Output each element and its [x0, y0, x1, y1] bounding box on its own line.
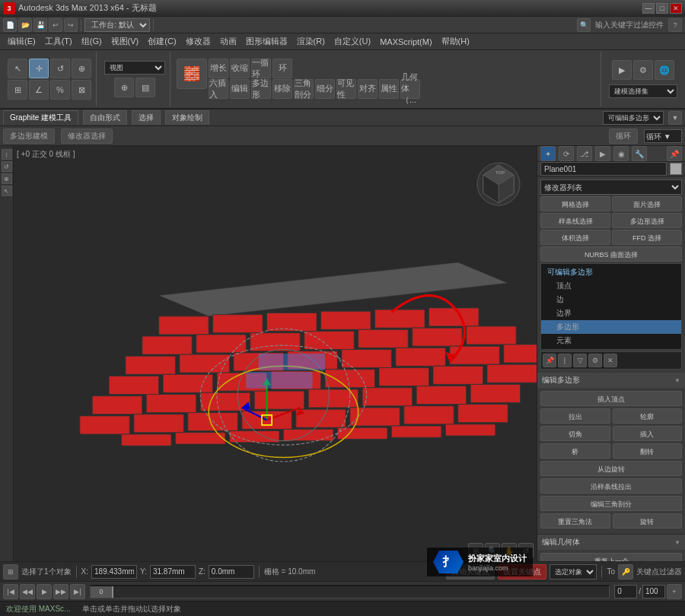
move-tool-button[interactable]: ✛ — [29, 59, 49, 78]
geometry-btn[interactable]: 几何体（... — [400, 79, 420, 99]
time-slider[interactable]: 0 — [90, 585, 610, 599]
hinge-btn[interactable]: 从边旋转 — [540, 461, 682, 476]
snap-icon[interactable]: ⊞ — [3, 564, 18, 579]
extrude-btn[interactable]: 拉出 — [540, 408, 610, 424]
retriangulate-btn[interactable]: 重置三角法 — [540, 513, 610, 529]
move-btn[interactable]: 移除 — [272, 79, 292, 99]
polygon-btn[interactable]: 多边形 — [251, 79, 271, 99]
menu-modifiers[interactable]: 修改器 — [181, 34, 215, 49]
rotate-tool-button[interactable]: ↺ — [50, 59, 70, 78]
undo-button[interactable]: ↩ — [49, 18, 62, 32]
select-tool-button[interactable]: ↖ — [8, 59, 27, 78]
prev-key-btn[interactable]: ◀◀ — [20, 584, 35, 599]
search-button[interactable]: 🔍 — [577, 18, 591, 32]
menu-view[interactable]: 视图(V) — [107, 34, 144, 49]
tab-freeform[interactable]: 自由形式 — [83, 110, 127, 125]
polygon-mode-label[interactable]: 多边形建模 — [3, 129, 55, 144]
insert-vertex-btn[interactable]: 插入顶点 — [540, 391, 682, 406]
body-select-btn[interactable]: 体积选择 — [540, 230, 610, 245]
mod-polygon[interactable]: 多边形 — [541, 320, 681, 334]
render-button[interactable]: ▶ — [612, 60, 632, 80]
menu-group[interactable]: 组(G) — [77, 34, 107, 49]
modify-select-label[interactable]: 修改器选择 — [61, 129, 113, 144]
object-name-input[interactable] — [540, 162, 667, 176]
loop-btn[interactable]: 一循环 — [251, 59, 271, 78]
tab-select[interactable]: 选择 — [132, 110, 161, 125]
visibility-btn[interactable]: 可见性 — [336, 79, 356, 99]
stack-remove-btn[interactable]: ✕ — [604, 354, 617, 367]
mesh-select-btn[interactable]: 网格选择 — [540, 196, 610, 211]
mod-element[interactable]: 元素 — [541, 334, 681, 348]
menu-animation[interactable]: 动画 — [215, 34, 241, 49]
ls-scale-btn[interactable]: ⊕ — [2, 173, 12, 184]
stack-pin-btn[interactable]: 📌 — [543, 354, 556, 367]
multi-select-btn[interactable]: 多边形选择 — [612, 213, 682, 228]
mod-vertex[interactable]: 顶点 — [541, 279, 681, 293]
frame-input[interactable] — [614, 585, 637, 599]
tab-graphite[interactable]: Graphite 建模工具 — [3, 110, 78, 125]
spinner-snap-button[interactable]: ⊠ — [72, 80, 91, 100]
named-select-dropdown[interactable]: 建模选择集 — [609, 84, 677, 98]
ls-move-btn[interactable]: ↕ — [2, 149, 12, 160]
ffd-select-btn[interactable]: FFD 选择 — [612, 230, 682, 245]
cmd-create-tab[interactable]: ✦ — [540, 146, 556, 161]
loop-label[interactable]: 循环 — [609, 129, 638, 144]
maximize-button[interactable]: □ — [656, 3, 668, 14]
flip-btn[interactable]: 翻转 — [613, 443, 683, 459]
close-button[interactable]: ✕ — [670, 3, 682, 14]
render-setup-button[interactable]: ⚙ — [633, 60, 653, 80]
grow-button[interactable]: 增长 — [209, 59, 228, 78]
viewport[interactable]: [ +0 正交 0 线框 ] — [14, 146, 537, 561]
z-coord-input[interactable] — [209, 565, 254, 579]
triangulate-btn[interactable]: 三角剖分 — [294, 79, 314, 99]
x-coord-input[interactable] — [91, 565, 137, 579]
edit-geometry-header[interactable]: 编辑几何体 — [537, 535, 685, 550]
layer-manager-button[interactable]: ▤ — [135, 78, 155, 97]
minimize-button[interactable]: — — [642, 3, 655, 14]
align-btn[interactable]: 对齐 — [358, 79, 378, 99]
redo-button[interactable]: ↪ — [64, 18, 78, 32]
shrink-button[interactable]: 收缩 — [230, 59, 250, 78]
sample-select-btn[interactable]: 样条线选择 — [540, 213, 610, 228]
ls-rotate-btn[interactable]: ↺ — [2, 161, 12, 172]
cmd-utilities-tab[interactable]: 🔧 — [632, 146, 647, 161]
menu-help[interactable]: 帮助(H) — [437, 34, 474, 49]
add-time-btn[interactable]: + — [667, 584, 682, 599]
inset-btn[interactable]: 插入 — [613, 426, 683, 441]
rotation-gizmo[interactable]: TOP — [476, 161, 521, 207]
edit-poly-large-button[interactable]: 🧱 — [177, 59, 207, 89]
cmd-modify-tab[interactable]: ⟳ — [559, 146, 574, 161]
next-frame-btn[interactable]: ▶| — [70, 584, 85, 599]
graphite-settings-btn[interactable]: ▼ — [668, 111, 682, 125]
reference-coord-dropdown[interactable]: 视图 — [104, 61, 165, 75]
panel-pin-btn[interactable]: 📌 — [667, 146, 682, 161]
save-file-button[interactable]: 💾 — [33, 18, 47, 32]
modifier-list-dropdown[interactable]: 修改器列表 — [540, 179, 682, 195]
menu-tools[interactable]: 工具(T) — [40, 34, 77, 49]
bridge-btn[interactable]: 桥 — [540, 443, 610, 459]
repeat-last-btn[interactable]: 重复上一个 — [540, 553, 682, 561]
end-frame-input[interactable] — [642, 585, 665, 599]
edit-polygon-header[interactable]: 编辑多边形 — [537, 373, 685, 388]
bevel-btn[interactable]: 轮廓 — [613, 408, 683, 424]
coord-center-button[interactable]: ⊕ — [114, 78, 134, 97]
workspace-dropdown[interactable]: 工作台: 默认 — [84, 18, 150, 32]
open-file-button[interactable]: 📂 — [18, 18, 32, 32]
edit-tri-btn[interactable]: 编辑三角剖分 — [540, 496, 682, 511]
menu-create[interactable]: 创建(C) — [143, 34, 180, 49]
chamfer-btn[interactable]: 切角 — [540, 426, 610, 441]
menu-customize[interactable]: 自定义(U) — [330, 34, 375, 49]
turn-btn[interactable]: 旋转 — [613, 513, 683, 529]
environment-button[interactable]: 🌐 — [655, 60, 674, 80]
mod-border[interactable]: 边界 — [541, 306, 681, 320]
nurbs-select-btn[interactable]: NURBS 曲面选择 — [540, 246, 682, 262]
key-filter-icon[interactable]: 🔑 — [618, 564, 633, 579]
edit-btn[interactable]: 编辑 — [230, 79, 250, 99]
tab-paintdeform[interactable]: 对象绘制 — [165, 110, 209, 125]
y-coord-input[interactable] — [150, 565, 196, 579]
extrude-spline-btn[interactable]: 沿样条线拉出 — [540, 478, 682, 494]
ring-btn[interactable]: 环 — [272, 59, 292, 78]
angle-snap-button[interactable]: ∠ — [29, 80, 49, 100]
insert-button[interactable]: 六插入 — [209, 79, 228, 99]
menu-maxscript[interactable]: MAXScript(M) — [375, 36, 436, 48]
